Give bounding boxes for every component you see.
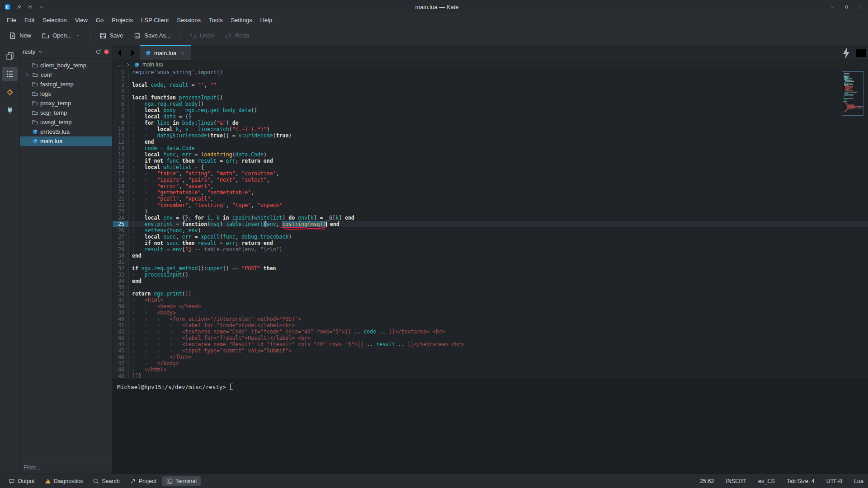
- line-number[interactable]: 41: [113, 322, 129, 328]
- nav-back-button[interactable]: [113, 45, 126, 60]
- status-tab-size[interactable]: Tab Size: 4: [787, 478, 815, 484]
- status-syntax-mode[interactable]: Lua: [854, 478, 863, 484]
- code-line-36[interactable]: 36return ngx.print([[: [113, 291, 868, 297]
- line-number[interactable]: 30: [113, 253, 129, 259]
- shade-icon[interactable]: [27, 4, 33, 10]
- code-editor[interactable]: 1require'snus_string'.import()23local co…: [113, 69, 868, 380]
- line-number[interactable]: 2: [113, 75, 129, 82]
- line-number[interactable]: 47: [113, 360, 129, 366]
- tree-item-main.lua[interactable]: main.lua: [20, 136, 112, 146]
- code-line-17[interactable]: 17› › "table", "string", "math", "corout…: [113, 170, 868, 177]
- pin-icon[interactable]: [16, 4, 22, 10]
- dock-documents-button[interactable]: [2, 49, 18, 63]
- statusbar-diagnostics-button[interactable]: Diagnostics: [41, 476, 87, 486]
- line-number[interactable]: 16: [113, 164, 129, 170]
- tree-item-conf[interactable]: conf: [20, 70, 112, 80]
- breadcrumb-file[interactable]: main.lua: [142, 61, 163, 68]
- code-line-20[interactable]: 20› › "getmetatable", "setmetatable",: [113, 189, 868, 196]
- code-line-33[interactable]: 33› processInput(): [113, 272, 868, 278]
- code-line-47[interactable]: 47› › </body>: [113, 360, 868, 366]
- line-number[interactable]: 17: [113, 170, 129, 177]
- status-cursor-position[interactable]: 25:62: [700, 478, 714, 484]
- code-line-26[interactable]: 26› setfenv(func, env): [113, 227, 868, 234]
- line-number[interactable]: 19: [113, 183, 129, 189]
- code-line-39[interactable]: 39› › <body>: [113, 310, 868, 316]
- code-line-42[interactable]: 42› › › › <textarea name="Code" if="fcod…: [113, 328, 868, 335]
- statusbar-search-button[interactable]: Search: [89, 476, 124, 486]
- breadcrumb-ellipsis[interactable]: …: [117, 61, 123, 68]
- line-number[interactable]: 3: [113, 82, 129, 88]
- undo-button[interactable]: Undo: [185, 29, 218, 42]
- code-line-11[interactable]: 11› › data[k:urlencode(true)] = v:urldec…: [113, 132, 868, 139]
- code-line-1[interactable]: 1require'snus_string'.import(): [113, 69, 868, 75]
- menu-sessions[interactable]: Sessions: [173, 15, 205, 25]
- line-number[interactable]: 14: [113, 151, 129, 158]
- menu-file[interactable]: File: [3, 15, 20, 25]
- line-number[interactable]: 38: [113, 303, 129, 310]
- line-number[interactable]: 26: [113, 227, 129, 234]
- code-line-23[interactable]: 23› }: [113, 208, 868, 215]
- code-line-30[interactable]: 30end: [113, 253, 868, 259]
- save-as-button[interactable]: Save As...: [129, 29, 175, 42]
- code-line-15[interactable]: 15› if not func then result = err; retur…: [113, 158, 868, 164]
- filter-input[interactable]: [20, 465, 112, 471]
- line-number[interactable]: 1: [113, 69, 129, 75]
- code-line-13[interactable]: 13› code = data.Code: [113, 145, 868, 151]
- tree-item-scgi_temp[interactable]: scgi_temp: [20, 108, 112, 117]
- code-line-10[interactable]: 10› › local k, v = line:match("(.-)=(.*)…: [113, 126, 868, 132]
- tab-main.lua[interactable]: main.lua: [140, 45, 191, 60]
- code-line-34[interactable]: 34end: [113, 278, 868, 284]
- code-line-22[interactable]: 22› › "tonumber", "tostring", "type", "u…: [113, 202, 868, 208]
- line-number[interactable]: 7: [113, 107, 129, 113]
- save-button[interactable]: Save: [95, 29, 128, 42]
- tree-item-client_body_temp[interactable]: client_body_temp: [20, 61, 112, 70]
- statusbar-output-button[interactable]: Output: [5, 476, 39, 486]
- statusbar-project-button[interactable]: Project: [126, 476, 160, 486]
- code-line-46[interactable]: 46› › › </form>: [113, 354, 868, 360]
- line-number[interactable]: 44: [113, 341, 129, 347]
- menu-edit[interactable]: Edit: [20, 15, 38, 25]
- split-view-button[interactable]: [854, 45, 868, 60]
- redo-button[interactable]: Redo: [220, 29, 254, 42]
- minimap[interactable]: [842, 71, 863, 116]
- code-line-5[interactable]: 5local function processInput(): [113, 94, 868, 101]
- line-number[interactable]: 42: [113, 328, 129, 335]
- line-number[interactable]: 13: [113, 145, 129, 151]
- line-number[interactable]: 31: [113, 259, 129, 265]
- statusbar-terminal-button[interactable]: Terminal: [162, 476, 201, 486]
- code-line-49[interactable]: 49]]): [113, 373, 868, 379]
- line-number[interactable]: 45: [113, 347, 129, 354]
- code-line-27[interactable]: 27› local succ, err = xpcall(func, debug…: [113, 234, 868, 240]
- terminal-panel[interactable]: Michael@hpv15:/s/dev/misc/resty>: [113, 380, 868, 474]
- code-line-4[interactable]: 4: [113, 88, 868, 94]
- line-number[interactable]: 46: [113, 354, 129, 360]
- line-number[interactable]: 34: [113, 278, 129, 284]
- line-number[interactable]: 5: [113, 94, 129, 101]
- code-line-24[interactable]: 24› local env = {}; for i, k in ipairs(w…: [113, 215, 868, 221]
- code-line-19[interactable]: 19› › "error", "assert",: [113, 183, 868, 189]
- quick-actions-button[interactable]: [839, 45, 854, 60]
- menu-projects[interactable]: Projects: [108, 15, 137, 25]
- menu-help[interactable]: Help: [256, 15, 276, 25]
- line-number[interactable]: 18: [113, 177, 129, 183]
- open-button[interactable]: Open...: [38, 29, 85, 42]
- dock-projects-button[interactable]: [2, 67, 18, 81]
- line-number[interactable]: 48: [113, 366, 129, 373]
- status-encoding[interactable]: UTF-8: [826, 478, 842, 484]
- close-button[interactable]: [858, 4, 863, 10]
- code-line-18[interactable]: 18› › "ipairs", "pairs", "next", "select…: [113, 177, 868, 183]
- menu-tools[interactable]: Tools: [205, 15, 226, 25]
- code-line-7[interactable]: 7› local body = ngx.req.get_body_data(): [113, 107, 868, 113]
- line-number[interactable]: 35: [113, 284, 129, 291]
- code-line-12[interactable]: 12› end: [113, 139, 868, 145]
- line-number[interactable]: 12: [113, 139, 129, 145]
- maximize-button[interactable]: [844, 4, 849, 10]
- code-line-2[interactable]: 2: [113, 75, 868, 82]
- code-line-45[interactable]: 45› › › › <input type="submit" valu="Sub…: [113, 347, 868, 354]
- code-line-32[interactable]: 32if ngx.req.get_method():upper() == "PO…: [113, 265, 868, 272]
- code-line-31[interactable]: 31: [113, 259, 868, 265]
- dock-git-button[interactable]: [2, 85, 18, 99]
- line-number[interactable]: 40: [113, 316, 129, 322]
- line-number[interactable]: 37: [113, 297, 129, 303]
- project-name[interactable]: resty: [23, 48, 35, 55]
